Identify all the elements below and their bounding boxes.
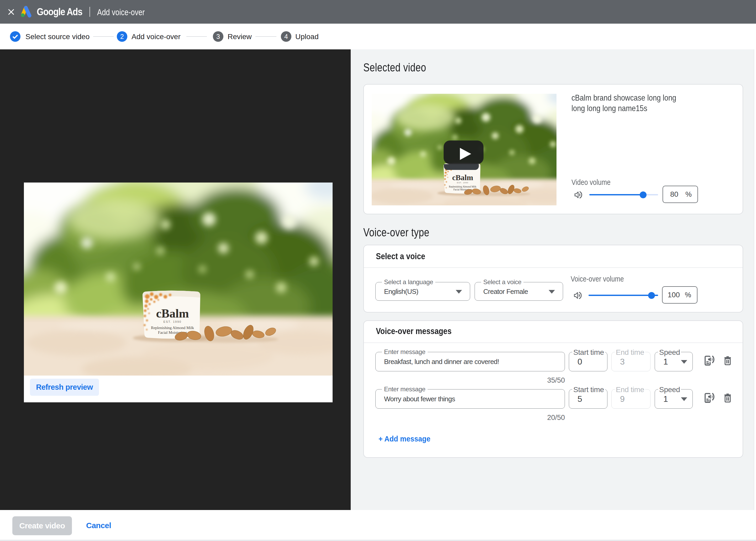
svg-text:Replenishing Almond Milk: Replenishing Almond Milk xyxy=(449,185,476,188)
svg-text:cBalm: cBalm xyxy=(156,307,189,320)
svg-text:cBalm: cBalm xyxy=(452,173,473,182)
svg-text:Replenishing Almond Milk: Replenishing Almond Milk xyxy=(151,326,194,330)
svg-text:EST. 1990: EST. 1990 xyxy=(163,320,182,323)
svg-text:EST. 1990: EST. 1990 xyxy=(457,182,469,184)
